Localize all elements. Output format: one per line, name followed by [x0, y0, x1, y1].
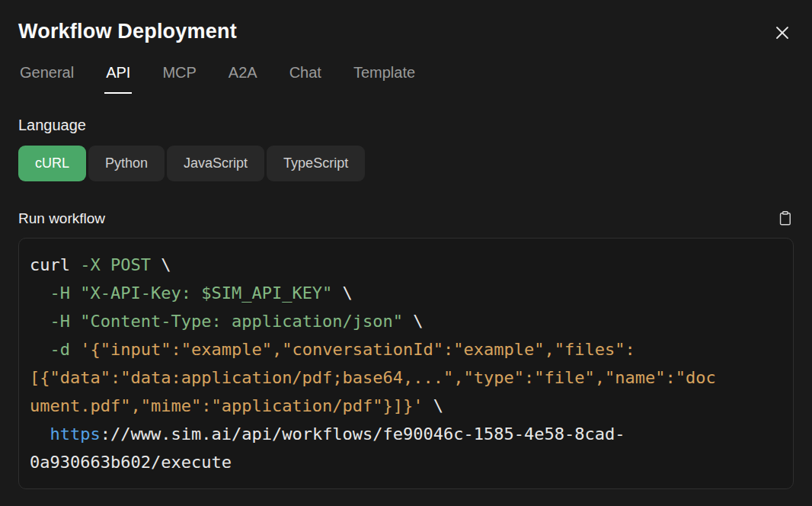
- tab-a2a[interactable]: A2A: [227, 62, 259, 94]
- tab-template[interactable]: Template: [352, 62, 417, 94]
- dialog-title: Workflow Deployment: [18, 20, 237, 43]
- code-token-keyword: -X POST: [80, 255, 151, 274]
- code-token-plain: curl: [30, 255, 80, 274]
- clipboard-icon: [778, 210, 792, 226]
- code-token-url: https: [50, 424, 101, 444]
- close-button[interactable]: [771, 21, 794, 44]
- tab-chat[interactable]: Chat: [288, 62, 323, 94]
- language-label: Language: [18, 117, 794, 134]
- modal-header: Workflow Deployment: [18, 20, 794, 44]
- language-option-javascript[interactable]: JavaScript: [167, 146, 264, 181]
- language-option-curl[interactable]: cURL: [18, 146, 86, 181]
- code-token-string: '{"input":"example","conversationId":"ex…: [30, 340, 716, 415]
- code-section-header: Run workflow: [18, 209, 794, 228]
- close-icon: [774, 24, 791, 41]
- tab-api[interactable]: API: [104, 62, 132, 94]
- copy-button[interactable]: [776, 209, 794, 228]
- tab-general[interactable]: General: [18, 62, 75, 94]
- code-token-keyword: -H "X-API-Key: $SIM_API_KEY": [50, 283, 333, 303]
- language-option-typescript[interactable]: TypeScript: [267, 146, 365, 181]
- code-block: curl -X POST \ -H "X-API-Key: $SIM_API_K…: [18, 238, 794, 489]
- code-token-keyword: -H "Content-Type: application/json": [50, 312, 404, 331]
- code-token-keyword: -d: [50, 340, 81, 359]
- code-token-plain: ://www.sim.ai/api/workflows/fe90046c-158…: [30, 424, 625, 472]
- tab-mcp[interactable]: MCP: [161, 62, 197, 94]
- tab-bar: GeneralAPIMCPA2AChatTemplate: [18, 62, 794, 94]
- workflow-deployment-dialog: { "dialog": { "title": "Workflow Deploym…: [0, 0, 812, 506]
- language-selector: cURLPythonJavaScriptTypeScript: [18, 146, 794, 181]
- language-option-python[interactable]: Python: [88, 146, 165, 181]
- run-workflow-label: Run workflow: [18, 210, 105, 227]
